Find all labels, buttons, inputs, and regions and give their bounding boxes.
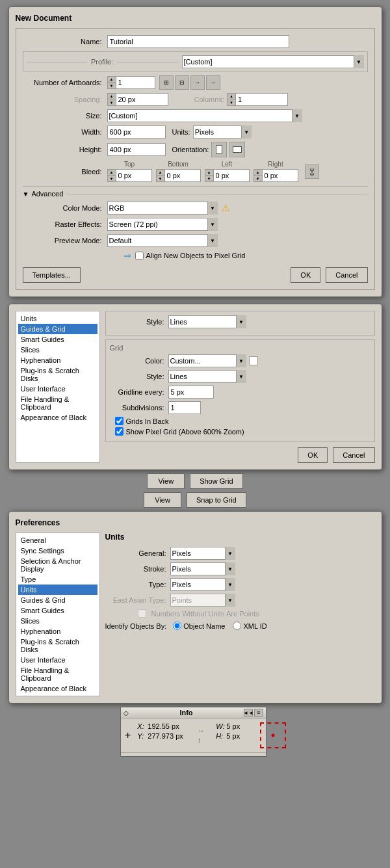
grid-color-select[interactable]: Custom... xyxy=(168,354,246,367)
bleed-top-stepper-btns[interactable]: ▲ ▼ xyxy=(107,169,116,182)
sidebar-item-file-handling[interactable]: File Handling & Clipboard xyxy=(18,394,98,412)
pref2-smart-guides[interactable]: Smart Guides xyxy=(18,605,98,616)
show-pixel-grid-label[interactable]: Show Pixel Grid (Above 600% Zoom) xyxy=(126,428,244,436)
advanced-toggle[interactable]: ▼ xyxy=(23,191,29,198)
pref2-slices[interactable]: Slices xyxy=(18,616,98,626)
xml-id-radio[interactable] xyxy=(233,622,241,630)
pref2-selection[interactable]: Selection & Anchor Display xyxy=(18,556,98,574)
ok-button[interactable]: OK xyxy=(291,267,320,283)
columns-stepper-btns[interactable]: ▲ ▼ xyxy=(227,93,236,106)
preview-select[interactable]: Default Pixel Overprint xyxy=(107,234,218,247)
bleed-top-input[interactable] xyxy=(116,169,152,182)
spacing-up-btn[interactable]: ▲ xyxy=(108,94,116,99)
bleed-top-down[interactable]: ▼ xyxy=(108,176,116,181)
snap-to-grid-btn[interactable]: Snap to Grid xyxy=(187,492,246,508)
bleed-right-down[interactable]: ▼ xyxy=(254,176,262,181)
grid-style-select[interactable]: Lines Dots xyxy=(168,370,246,383)
sidebar-item-appearance[interactable]: Appearance of Black xyxy=(18,412,98,423)
guides-style-select[interactable]: Lines Dots xyxy=(168,315,246,328)
sidebar-item-guides-grid[interactable]: Guides & Grid xyxy=(18,324,98,334)
cancel-button[interactable]: Cancel xyxy=(326,267,367,283)
pref2-sync[interactable]: Sync Settings xyxy=(18,546,98,556)
artboards-up-btn[interactable]: ▲ xyxy=(108,77,116,83)
sidebar-item-ui[interactable]: User Interface xyxy=(18,384,98,394)
grids-in-back-label[interactable]: Grids In Back xyxy=(126,417,169,425)
units-east-asian-select[interactable]: Points xyxy=(170,594,235,607)
columns-up-btn[interactable]: ▲ xyxy=(228,94,235,99)
units-type-select[interactable]: Pixels Points xyxy=(170,578,235,591)
guides-ok-button[interactable]: OK xyxy=(298,447,328,463)
info-menu-btn[interactable]: ≡ xyxy=(254,709,263,717)
grid-layout-btn[interactable]: ⊞ xyxy=(159,75,174,90)
units-stroke-select[interactable]: Pixels Points xyxy=(170,562,235,575)
view-btn-2[interactable]: View xyxy=(144,492,181,508)
bleed-right-input[interactable] xyxy=(263,169,298,182)
col-layout-btn[interactable]: → xyxy=(190,75,205,90)
bleed-right-up[interactable]: ▲ xyxy=(254,170,262,176)
bleed-left-input[interactable] xyxy=(214,169,250,182)
bleed-bottom-stepper-btns[interactable]: ▲ ▼ xyxy=(156,169,165,182)
landscape-btn[interactable] xyxy=(229,142,245,157)
guides-cancel-button[interactable]: Cancel xyxy=(333,447,374,463)
profile-select[interactable]: [Custom] Print Web xyxy=(182,55,364,68)
pref2-guides-grid[interactable]: Guides & Grid xyxy=(18,595,98,605)
sidebar-item-smart-guides[interactable]: Smart Guides xyxy=(18,334,98,345)
portrait-btn[interactable] xyxy=(211,142,227,157)
object-name-radio[interactable] xyxy=(173,622,181,630)
gridline-input[interactable] xyxy=(168,386,214,399)
grid-color-swatch[interactable] xyxy=(249,356,258,365)
bleed-link-btn[interactable] xyxy=(305,164,319,179)
pref2-general[interactable]: General xyxy=(18,535,98,546)
raster-select[interactable]: Screen (72 ppi) Medium (150 ppi) High (3… xyxy=(107,218,218,231)
artboards-down-btn[interactable]: ▼ xyxy=(108,83,116,88)
row-layout-btn[interactable]: ⊟ xyxy=(175,75,189,90)
info-collapse-btn[interactable]: ◄◄ xyxy=(244,709,253,717)
spacing-down-btn[interactable]: ▼ xyxy=(108,99,116,105)
sidebar-item-hyphenation[interactable]: Hyphenation xyxy=(18,355,98,365)
pref2-hyphenation[interactable]: Hyphenation xyxy=(18,626,98,637)
pref2-type[interactable]: Type xyxy=(18,574,98,585)
color-mode-select[interactable]: RGB CMYK xyxy=(107,202,218,215)
pref2-ui[interactable]: User Interface xyxy=(18,655,98,665)
show-grid-btn[interactable]: Show Grid xyxy=(190,473,242,489)
bleed-top-label: Top xyxy=(124,161,135,168)
grids-in-back-checkbox[interactable] xyxy=(115,417,124,425)
bleed-bottom-down[interactable]: ▼ xyxy=(157,176,164,181)
pref2-file[interactable]: File Handling & Clipboard xyxy=(18,665,98,683)
view-btn-1[interactable]: View xyxy=(147,473,185,489)
name-input[interactable] xyxy=(107,35,289,48)
bleed-left-down[interactable]: ▼ xyxy=(205,176,213,181)
align-label[interactable]: Align New Objects to Pixel Grid xyxy=(146,252,246,259)
artboards-stepper-btns[interactable]: ▲ ▼ xyxy=(107,76,116,89)
spacing-input[interactable] xyxy=(116,93,168,106)
subdivisions-input[interactable] xyxy=(168,401,201,414)
pref2-appearance[interactable]: Appearance of Black xyxy=(18,683,98,694)
show-pixel-grid-checkbox[interactable] xyxy=(115,427,124,436)
sidebar-item-slices[interactable]: Slices xyxy=(18,345,98,355)
xml-id-label[interactable]: XML ID xyxy=(233,622,266,630)
bleed-bottom-up[interactable]: ▲ xyxy=(157,170,164,176)
sidebar-item-units[interactable]: Units xyxy=(18,313,98,324)
height-input[interactable] xyxy=(107,143,166,156)
right-layout-btn[interactable]: → xyxy=(206,75,220,90)
columns-input[interactable] xyxy=(236,93,288,106)
columns-down-btn[interactable]: ▼ xyxy=(228,99,235,105)
templates-button[interactable]: Templates... xyxy=(23,267,81,283)
width-input[interactable] xyxy=(107,125,166,138)
pref2-units[interactable]: Units xyxy=(18,585,98,595)
bleed-right-stepper-btns[interactable]: ▲ ▼ xyxy=(254,169,263,182)
size-select[interactable]: [Custom] Letter A4 xyxy=(107,109,302,122)
units-select[interactable]: Pixels Points Inches xyxy=(193,125,252,138)
sidebar-item-plugins[interactable]: Plug-ins & Scratch Disks xyxy=(18,365,98,384)
spacing-stepper-btns[interactable]: ▲ ▼ xyxy=(107,93,116,106)
artboards-input[interactable] xyxy=(116,76,155,89)
bleed-top-up[interactable]: ▲ xyxy=(108,170,116,176)
bleed-bottom-input[interactable] xyxy=(165,169,201,182)
delta-icon: ◇ xyxy=(124,709,129,717)
object-name-label[interactable]: Object Name xyxy=(173,622,225,630)
bleed-left-stepper-btns[interactable]: ▲ ▼ xyxy=(205,169,214,182)
align-checkbox[interactable] xyxy=(135,252,144,260)
units-general-select[interactable]: Pixels Points Inches xyxy=(170,547,235,560)
bleed-left-up[interactable]: ▲ xyxy=(205,170,213,176)
pref2-plugins[interactable]: Plug-ins & Scratch Disks xyxy=(18,637,98,655)
